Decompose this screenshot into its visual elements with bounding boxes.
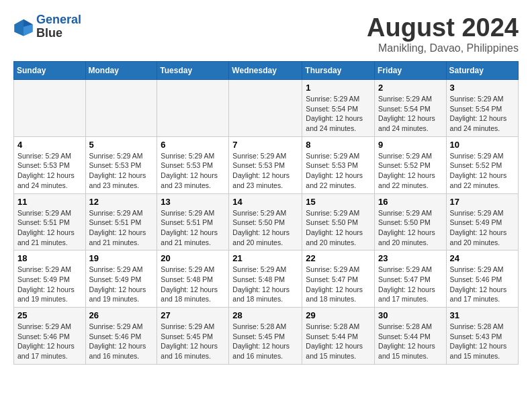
calendar-cell: 17Sunrise: 5:29 AMSunset: 5:49 PMDayligh… (446, 193, 518, 250)
weekday-header-saturday: Saturday (446, 62, 518, 80)
day-info: Sunrise: 5:29 AMSunset: 5:50 PMDaylight:… (306, 208, 371, 248)
day-number: 2 (378, 83, 443, 93)
calendar-cell: 8Sunrise: 5:29 AMSunset: 5:53 PMDaylight… (302, 136, 375, 193)
day-number: 17 (450, 197, 515, 207)
day-info: Sunrise: 5:29 AMSunset: 5:47 PMDaylight:… (378, 265, 443, 304)
weekday-header-monday: Monday (85, 62, 157, 80)
weekday-header-sunday: Sunday (14, 62, 86, 80)
day-info: Sunrise: 5:29 AMSunset: 5:53 PMDaylight:… (161, 151, 225, 191)
day-number: 16 (378, 197, 443, 207)
day-info: Sunrise: 5:29 AMSunset: 5:49 PMDaylight:… (450, 208, 515, 248)
day-info: Sunrise: 5:29 AMSunset: 5:53 PMDaylight:… (89, 151, 154, 191)
day-info: Sunrise: 5:29 AMSunset: 5:54 PMDaylight:… (306, 94, 371, 134)
day-info: Sunrise: 5:29 AMSunset: 5:48 PMDaylight:… (232, 265, 298, 304)
calendar-cell: 13Sunrise: 5:29 AMSunset: 5:51 PMDayligh… (157, 193, 229, 250)
day-info: Sunrise: 5:28 AMSunset: 5:43 PMDaylight:… (450, 322, 515, 361)
day-info: Sunrise: 5:29 AMSunset: 5:54 PMDaylight:… (378, 94, 443, 134)
day-number: 22 (306, 253, 371, 263)
day-number: 14 (232, 197, 298, 207)
logo-icon (13, 17, 34, 37)
calendar-cell: 22Sunrise: 5:29 AMSunset: 5:47 PMDayligh… (302, 250, 375, 308)
calendar-cell: 7Sunrise: 5:29 AMSunset: 5:53 PMDaylight… (229, 136, 302, 193)
calendar-cell: 14Sunrise: 5:29 AMSunset: 5:50 PMDayligh… (229, 193, 302, 250)
day-info: Sunrise: 5:29 AMSunset: 5:47 PMDaylight:… (306, 265, 371, 304)
calendar-cell (157, 80, 229, 137)
calendar-cell: 15Sunrise: 5:29 AMSunset: 5:50 PMDayligh… (302, 193, 375, 250)
calendar-cell (85, 80, 157, 137)
calendar-cell (14, 80, 86, 137)
day-number: 21 (232, 253, 298, 263)
day-number: 13 (161, 197, 225, 207)
subtitle: Manikling, Davao, Philippines (367, 42, 519, 54)
day-number: 3 (450, 83, 515, 93)
day-info: Sunrise: 5:28 AMSunset: 5:44 PMDaylight:… (378, 322, 443, 361)
day-info: Sunrise: 5:29 AMSunset: 5:53 PMDaylight:… (306, 151, 371, 191)
day-number: 8 (306, 140, 371, 150)
day-number: 11 (17, 197, 82, 207)
weekday-header-row: SundayMondayTuesdayWednesdayThursdayFrid… (14, 62, 519, 80)
calendar-cell: 5Sunrise: 5:29 AMSunset: 5:53 PMDaylight… (85, 136, 157, 193)
day-info: Sunrise: 5:28 AMSunset: 5:44 PMDaylight:… (306, 322, 371, 361)
title-block: August 2024 Manikling, Davao, Philippine… (367, 13, 519, 54)
logo-text: General Blue (36, 13, 81, 40)
day-number: 28 (232, 310, 298, 320)
day-info: Sunrise: 5:29 AMSunset: 5:54 PMDaylight:… (450, 94, 515, 134)
logo: General Blue (13, 13, 81, 40)
day-number: 20 (161, 253, 225, 263)
calendar-cell: 27Sunrise: 5:29 AMSunset: 5:45 PMDayligh… (157, 308, 229, 365)
weekday-header-wednesday: Wednesday (229, 62, 302, 80)
calendar-cell: 16Sunrise: 5:29 AMSunset: 5:50 PMDayligh… (375, 193, 447, 250)
day-info: Sunrise: 5:29 AMSunset: 5:46 PMDaylight:… (17, 322, 82, 361)
day-info: Sunrise: 5:29 AMSunset: 5:53 PMDaylight:… (232, 151, 298, 191)
calendar-cell: 26Sunrise: 5:29 AMSunset: 5:46 PMDayligh… (85, 308, 157, 365)
calendar-table: SundayMondayTuesdayWednesdayThursdayFrid… (13, 61, 519, 365)
weekday-header-friday: Friday (375, 62, 447, 80)
calendar-cell: 4Sunrise: 5:29 AMSunset: 5:53 PMDaylight… (14, 136, 86, 193)
day-info: Sunrise: 5:29 AMSunset: 5:51 PMDaylight:… (17, 208, 82, 248)
day-number: 27 (161, 310, 225, 320)
day-number: 26 (89, 310, 154, 320)
calendar-cell: 21Sunrise: 5:29 AMSunset: 5:48 PMDayligh… (229, 250, 302, 308)
weekday-header-tuesday: Tuesday (157, 62, 229, 80)
day-number: 4 (17, 140, 82, 150)
day-number: 12 (89, 197, 154, 207)
calendar-cell: 2Sunrise: 5:29 AMSunset: 5:54 PMDaylight… (375, 80, 447, 137)
calendar-cell: 24Sunrise: 5:29 AMSunset: 5:46 PMDayligh… (446, 250, 518, 308)
day-info: Sunrise: 5:29 AMSunset: 5:52 PMDaylight:… (378, 151, 443, 191)
calendar-header: SundayMondayTuesdayWednesdayThursdayFrid… (14, 62, 519, 80)
day-number: 10 (450, 140, 515, 150)
weekday-header-thursday: Thursday (302, 62, 375, 80)
calendar-cell: 19Sunrise: 5:29 AMSunset: 5:49 PMDayligh… (85, 250, 157, 308)
calendar-cell: 6Sunrise: 5:29 AMSunset: 5:53 PMDaylight… (157, 136, 229, 193)
calendar-cell: 25Sunrise: 5:29 AMSunset: 5:46 PMDayligh… (14, 308, 86, 365)
calendar-cell: 12Sunrise: 5:29 AMSunset: 5:51 PMDayligh… (85, 193, 157, 250)
main-title: August 2024 (367, 13, 519, 42)
calendar-cell: 31Sunrise: 5:28 AMSunset: 5:43 PMDayligh… (446, 308, 518, 365)
day-number: 24 (450, 253, 515, 263)
day-number: 15 (306, 197, 371, 207)
calendar-body: 1Sunrise: 5:29 AMSunset: 5:54 PMDaylight… (14, 80, 519, 365)
calendar-cell (229, 80, 302, 137)
day-info: Sunrise: 5:29 AMSunset: 5:49 PMDaylight:… (89, 265, 154, 304)
day-number: 6 (161, 140, 225, 150)
day-info: Sunrise: 5:29 AMSunset: 5:48 PMDaylight:… (161, 265, 225, 304)
calendar-cell: 3Sunrise: 5:29 AMSunset: 5:54 PMDaylight… (446, 80, 518, 137)
calendar-cell: 18Sunrise: 5:29 AMSunset: 5:49 PMDayligh… (14, 250, 86, 308)
day-number: 29 (306, 310, 371, 320)
calendar-cell: 9Sunrise: 5:29 AMSunset: 5:52 PMDaylight… (375, 136, 447, 193)
day-info: Sunrise: 5:29 AMSunset: 5:46 PMDaylight:… (89, 322, 154, 361)
day-number: 31 (450, 310, 515, 320)
day-number: 5 (89, 140, 154, 150)
day-info: Sunrise: 5:29 AMSunset: 5:45 PMDaylight:… (161, 322, 225, 361)
day-number: 18 (17, 253, 82, 263)
day-info: Sunrise: 5:29 AMSunset: 5:50 PMDaylight:… (232, 208, 298, 248)
calendar-week-row: 11Sunrise: 5:29 AMSunset: 5:51 PMDayligh… (14, 193, 519, 250)
calendar-week-row: 25Sunrise: 5:29 AMSunset: 5:46 PMDayligh… (14, 308, 519, 365)
day-number: 23 (378, 253, 443, 263)
calendar-cell: 20Sunrise: 5:29 AMSunset: 5:48 PMDayligh… (157, 250, 229, 308)
calendar-week-row: 1Sunrise: 5:29 AMSunset: 5:54 PMDaylight… (14, 80, 519, 137)
calendar-cell: 30Sunrise: 5:28 AMSunset: 5:44 PMDayligh… (375, 308, 447, 365)
day-number: 1 (306, 83, 371, 93)
day-info: Sunrise: 5:29 AMSunset: 5:53 PMDaylight:… (17, 151, 82, 191)
day-info: Sunrise: 5:29 AMSunset: 5:51 PMDaylight:… (89, 208, 154, 248)
